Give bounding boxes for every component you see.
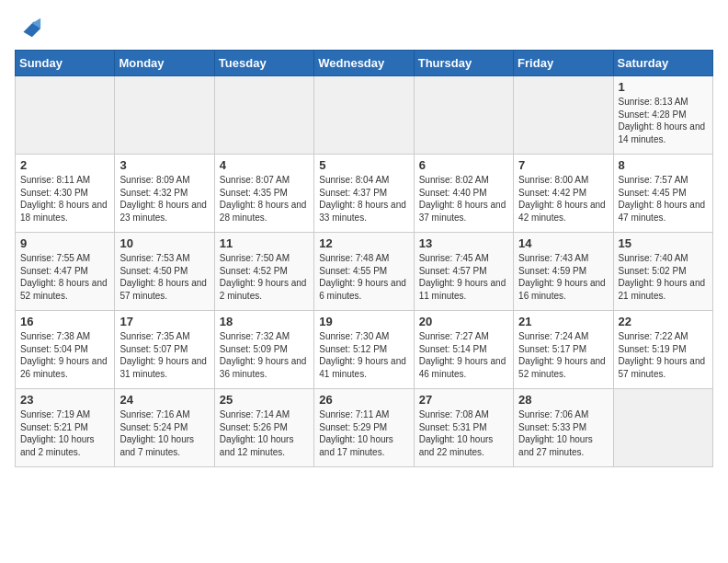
day-info: Sunrise: 7:16 AM Sunset: 5:24 PM Dayligh…	[119, 408, 209, 458]
day-cell: 14Sunrise: 7:43 AM Sunset: 4:59 PM Dayli…	[514, 233, 613, 311]
logo-icon	[17, 15, 42, 40]
day-info: Sunrise: 7:27 AM Sunset: 5:14 PM Dayligh…	[419, 330, 508, 380]
day-info: Sunrise: 7:38 AM Sunset: 5:04 PM Dayligh…	[20, 330, 109, 380]
day-cell: 22Sunrise: 7:22 AM Sunset: 5:19 PM Dayli…	[613, 311, 712, 389]
day-number: 1	[619, 80, 708, 94]
day-cell	[314, 76, 414, 155]
day-number: 17	[119, 315, 209, 328]
day-info: Sunrise: 7:11 AM Sunset: 5:29 PM Dayligh…	[319, 408, 408, 458]
day-cell: 27Sunrise: 7:08 AM Sunset: 5:31 PM Dayli…	[414, 389, 513, 467]
day-info: Sunrise: 7:06 AM Sunset: 5:33 PM Dayligh…	[518, 408, 608, 458]
day-cell: 26Sunrise: 7:11 AM Sunset: 5:29 PM Dayli…	[314, 389, 414, 467]
day-number: 25	[220, 393, 309, 407]
day-number: 26	[319, 393, 408, 407]
day-cell: 28Sunrise: 7:06 AM Sunset: 5:33 PM Dayli…	[514, 389, 613, 467]
weekday-header-row: SundayMondayTuesdayWednesdayThursdayFrid…	[16, 51, 713, 76]
day-cell: 8Sunrise: 7:57 AM Sunset: 4:45 PM Daylig…	[613, 155, 712, 233]
day-number: 12	[319, 236, 408, 250]
day-number: 14	[518, 236, 608, 250]
day-cell: 18Sunrise: 7:32 AM Sunset: 5:09 PM Dayli…	[214, 311, 313, 389]
day-number: 21	[518, 315, 608, 328]
weekday-header-saturday: Saturday	[613, 51, 712, 76]
day-info: Sunrise: 8:07 AM Sunset: 4:35 PM Dayligh…	[220, 174, 309, 224]
day-number: 8	[619, 158, 708, 172]
day-info: Sunrise: 7:35 AM Sunset: 5:07 PM Dayligh…	[119, 330, 209, 380]
day-number: 28	[518, 393, 608, 407]
day-cell	[16, 76, 115, 155]
day-number: 23	[20, 393, 109, 407]
day-cell: 21Sunrise: 7:24 AM Sunset: 5:17 PM Dayli…	[514, 311, 613, 389]
day-cell: 2Sunrise: 8:11 AM Sunset: 4:30 PM Daylig…	[16, 155, 115, 233]
day-info: Sunrise: 8:00 AM Sunset: 4:42 PM Dayligh…	[518, 174, 608, 224]
day-info: Sunrise: 7:53 AM Sunset: 4:50 PM Dayligh…	[119, 252, 209, 302]
day-cell: 20Sunrise: 7:27 AM Sunset: 5:14 PM Dayli…	[414, 311, 513, 389]
day-number: 20	[419, 315, 508, 328]
day-number: 27	[419, 393, 508, 407]
weekday-header-tuesday: Tuesday	[214, 51, 313, 76]
day-number: 22	[619, 315, 708, 328]
day-cell: 17Sunrise: 7:35 AM Sunset: 5:07 PM Dayli…	[115, 311, 214, 389]
day-number: 11	[220, 236, 309, 250]
weekday-header-friday: Friday	[514, 51, 613, 76]
day-number: 5	[319, 158, 408, 172]
day-cell: 15Sunrise: 7:40 AM Sunset: 5:02 PM Dayli…	[613, 233, 712, 311]
day-info: Sunrise: 7:32 AM Sunset: 5:09 PM Dayligh…	[220, 330, 309, 380]
day-cell: 23Sunrise: 7:19 AM Sunset: 5:21 PM Dayli…	[16, 389, 115, 467]
day-cell: 19Sunrise: 7:30 AM Sunset: 5:12 PM Dayli…	[314, 311, 414, 389]
day-cell	[613, 389, 712, 467]
day-number: 4	[220, 158, 309, 172]
day-info: Sunrise: 7:40 AM Sunset: 5:02 PM Dayligh…	[619, 252, 708, 302]
day-number: 16	[20, 315, 109, 328]
week-row-3: 9Sunrise: 7:55 AM Sunset: 4:47 PM Daylig…	[16, 233, 713, 311]
day-info: Sunrise: 8:04 AM Sunset: 4:37 PM Dayligh…	[319, 174, 408, 224]
day-cell: 3Sunrise: 8:09 AM Sunset: 4:32 PM Daylig…	[115, 155, 214, 233]
day-info: Sunrise: 7:45 AM Sunset: 4:57 PM Dayligh…	[419, 252, 508, 302]
day-cell: 12Sunrise: 7:48 AM Sunset: 4:55 PM Dayli…	[314, 233, 414, 311]
day-cell	[214, 76, 313, 155]
week-row-1: 1Sunrise: 8:13 AM Sunset: 4:28 PM Daylig…	[16, 76, 713, 155]
logo	[15, 15, 42, 40]
day-cell: 7Sunrise: 8:00 AM Sunset: 4:42 PM Daylig…	[514, 155, 613, 233]
day-cell: 13Sunrise: 7:45 AM Sunset: 4:57 PM Dayli…	[414, 233, 513, 311]
week-row-4: 16Sunrise: 7:38 AM Sunset: 5:04 PM Dayli…	[16, 311, 713, 389]
day-info: Sunrise: 7:19 AM Sunset: 5:21 PM Dayligh…	[20, 408, 109, 458]
day-info: Sunrise: 7:48 AM Sunset: 4:55 PM Dayligh…	[319, 252, 408, 302]
header	[15, 15, 713, 40]
week-row-2: 2Sunrise: 8:11 AM Sunset: 4:30 PM Daylig…	[16, 155, 713, 233]
day-number: 19	[319, 315, 408, 328]
day-number: 15	[619, 236, 708, 250]
day-cell: 4Sunrise: 8:07 AM Sunset: 4:35 PM Daylig…	[214, 155, 313, 233]
day-cell: 16Sunrise: 7:38 AM Sunset: 5:04 PM Dayli…	[16, 311, 115, 389]
day-info: Sunrise: 8:13 AM Sunset: 4:28 PM Dayligh…	[619, 96, 708, 145]
day-info: Sunrise: 7:50 AM Sunset: 4:52 PM Dayligh…	[220, 252, 309, 302]
day-info: Sunrise: 8:11 AM Sunset: 4:30 PM Dayligh…	[20, 174, 109, 224]
weekday-header-sunday: Sunday	[16, 51, 115, 76]
day-info: Sunrise: 8:02 AM Sunset: 4:40 PM Dayligh…	[419, 174, 508, 224]
day-cell: 6Sunrise: 8:02 AM Sunset: 4:40 PM Daylig…	[414, 155, 513, 233]
weekday-header-thursday: Thursday	[414, 51, 513, 76]
day-info: Sunrise: 7:14 AM Sunset: 5:26 PM Dayligh…	[220, 408, 309, 458]
day-cell	[115, 76, 214, 155]
day-info: Sunrise: 7:43 AM Sunset: 4:59 PM Dayligh…	[518, 252, 608, 302]
day-cell: 24Sunrise: 7:16 AM Sunset: 5:24 PM Dayli…	[115, 389, 214, 467]
day-info: Sunrise: 8:09 AM Sunset: 4:32 PM Dayligh…	[119, 174, 209, 224]
weekday-header-monday: Monday	[115, 51, 214, 76]
day-info: Sunrise: 7:57 AM Sunset: 4:45 PM Dayligh…	[619, 174, 708, 224]
day-cell	[514, 76, 613, 155]
day-cell: 9Sunrise: 7:55 AM Sunset: 4:47 PM Daylig…	[16, 233, 115, 311]
day-number: 7	[518, 158, 608, 172]
weekday-header-wednesday: Wednesday	[314, 51, 414, 76]
day-number: 6	[419, 158, 508, 172]
day-info: Sunrise: 7:08 AM Sunset: 5:31 PM Dayligh…	[419, 408, 508, 458]
day-cell: 25Sunrise: 7:14 AM Sunset: 5:26 PM Dayli…	[214, 389, 313, 467]
day-cell: 5Sunrise: 8:04 AM Sunset: 4:37 PM Daylig…	[314, 155, 414, 233]
day-info: Sunrise: 7:22 AM Sunset: 5:19 PM Dayligh…	[619, 330, 708, 380]
day-number: 3	[119, 158, 209, 172]
day-cell: 11Sunrise: 7:50 AM Sunset: 4:52 PM Dayli…	[214, 233, 313, 311]
day-number: 24	[119, 393, 209, 407]
day-info: Sunrise: 7:30 AM Sunset: 5:12 PM Dayligh…	[319, 330, 408, 380]
week-row-5: 23Sunrise: 7:19 AM Sunset: 5:21 PM Dayli…	[16, 389, 713, 467]
day-number: 18	[220, 315, 309, 328]
day-cell	[414, 76, 513, 155]
calendar-table: SundayMondayTuesdayWednesdayThursdayFrid…	[15, 50, 713, 467]
